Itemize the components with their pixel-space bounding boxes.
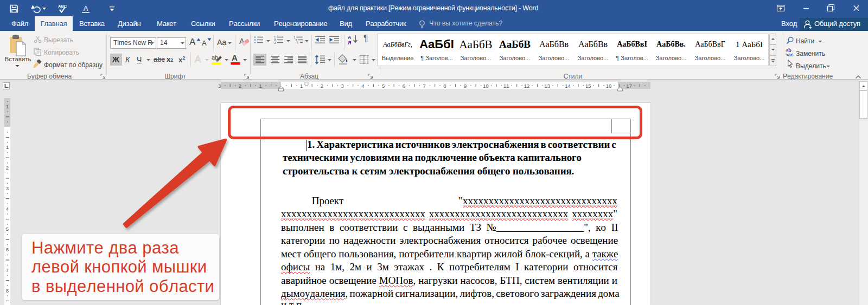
- svg-text:3: 3: [341, 83, 344, 89]
- svg-text:1: 1: [6, 103, 9, 109]
- svg-text:2: 2: [6, 165, 9, 171]
- svg-text:16: 16: [606, 83, 612, 89]
- svg-text:ABC: ABC: [58, 4, 67, 9]
- svg-text:А: А: [84, 4, 88, 12]
- svg-text:4: 4: [361, 83, 364, 89]
- svg-text:1: 1: [6, 144, 9, 150]
- svg-text:Я: Я: [348, 40, 351, 45]
- svg-text:i: i: [297, 41, 298, 44]
- svg-text:7: 7: [423, 83, 426, 89]
- svg-text:1: 1: [259, 83, 262, 89]
- svg-text:5: 5: [6, 226, 9, 232]
- svg-text:13: 13: [544, 83, 550, 89]
- svg-text:9: 9: [464, 83, 467, 89]
- svg-text:1: 1: [300, 83, 303, 89]
- svg-text:8: 8: [443, 83, 446, 89]
- svg-text:6: 6: [6, 246, 9, 252]
- svg-text:7: 7: [6, 267, 9, 273]
- svg-text:17: 17: [626, 83, 632, 89]
- svg-text:2: 2: [239, 83, 241, 89]
- svg-text:12: 12: [524, 83, 530, 89]
- svg-text:А: А: [232, 54, 238, 62]
- svg-text:6: 6: [403, 83, 405, 89]
- svg-text:А: А: [348, 35, 352, 40]
- svg-text:4: 4: [6, 206, 9, 212]
- svg-text:8: 8: [6, 288, 9, 294]
- svg-text:10: 10: [483, 83, 489, 89]
- svg-text:15: 15: [585, 83, 591, 89]
- svg-text:2: 2: [321, 83, 323, 89]
- svg-text:3: 3: [6, 185, 9, 191]
- svg-text:3: 3: [274, 41, 276, 44]
- svg-text:3: 3: [218, 83, 221, 89]
- svg-text:14: 14: [565, 83, 571, 89]
- svg-text:11: 11: [503, 83, 509, 89]
- svg-text:ac: ac: [788, 52, 794, 57]
- svg-text:5: 5: [382, 83, 385, 89]
